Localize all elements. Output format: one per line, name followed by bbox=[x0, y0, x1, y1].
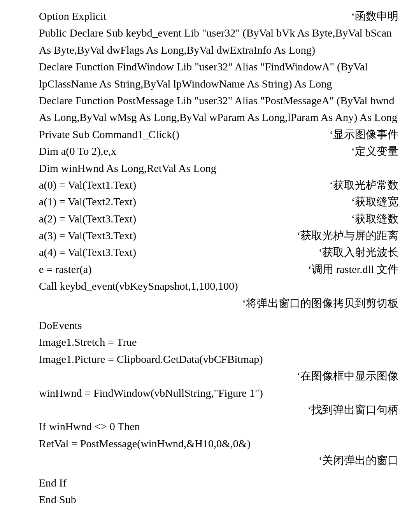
code-text: Image1.Stretch = True bbox=[39, 336, 137, 348]
code-text: Declare Function PostMessage Lib "user32… bbox=[39, 94, 397, 123]
code-text: DoEvents bbox=[39, 319, 82, 331]
comment-text: ‘获取光栌与屏的距离 bbox=[297, 227, 398, 244]
code-line-2: Public Declare Sub keybd_event Lib "user… bbox=[16, 24, 398, 58]
comment-text: ‘函数申明 bbox=[351, 8, 398, 24]
code-line-15: DoEvents bbox=[16, 317, 398, 334]
comment-text: ‘找到弹出窗口句柄 bbox=[308, 404, 398, 416]
comment-text: ‘调用 raster.dll 文件 bbox=[308, 261, 398, 278]
comment-text: ‘将弹出窗口的图像拷贝到剪切板 bbox=[242, 297, 398, 309]
code-line-9: a(1) = Val(Text2.Text) ‘获取缝宽 bbox=[16, 193, 398, 210]
comment-text: ‘在图像框中显示图像 bbox=[297, 370, 398, 382]
code-line-20b: ‘关闭弹出的窗口 bbox=[16, 452, 398, 469]
comment-text: ‘定义变量 bbox=[351, 143, 398, 159]
comment-text: ‘获取缝数 bbox=[351, 210, 398, 227]
code-text: e = raster(a) bbox=[39, 261, 91, 278]
code-text: Declare Function FindWindow Lib "user32"… bbox=[39, 61, 368, 89]
code-text: a(1) = Val(Text2.Text) bbox=[39, 193, 136, 210]
code-line-18b: ‘找到弹出窗口句柄 bbox=[16, 401, 398, 418]
code-text: a(2) = Val(Text3.Text) bbox=[39, 210, 136, 227]
code-line-20: RetVal = PostMessage(winHwnd,&H10,0&,0&) bbox=[16, 435, 398, 452]
comment-text: ‘获取光栌常数 bbox=[330, 177, 398, 193]
code-text: winHwnd = FindWindow(vbNullString,"Figur… bbox=[39, 387, 263, 399]
code-line-1: Option Explicit ‘函数申明 bbox=[16, 8, 398, 24]
code-line-12: a(4) = Val(Text3.Text) ‘获取入射光波长 bbox=[16, 244, 398, 261]
code-line-14: Call keybd_event(vbKeySnapshot,1,100,100… bbox=[16, 278, 398, 294]
code-line-22: End Sub bbox=[16, 491, 398, 508]
code-text: End Sub bbox=[39, 494, 76, 506]
code-text: a(0) = Val(Text1.Text) bbox=[39, 177, 136, 193]
code-text: a(4) = Val(Text3.Text) bbox=[39, 244, 136, 261]
code-line-13: e = raster(a) ‘调用 raster.dll 文件 bbox=[16, 261, 398, 278]
code-line-21: End If bbox=[16, 474, 398, 491]
code-text: Dim winHwnd As Long,RetVal As Long bbox=[39, 162, 216, 174]
code-line-4: Declare Function PostMessage Lib "user32… bbox=[16, 92, 398, 126]
code-line-16: Image1.Stretch = True bbox=[16, 334, 398, 350]
code-line-19: If winHwnd <> 0 Then bbox=[16, 418, 398, 435]
code-line-5: Private Sub Command1_Click() ‘显示图像事件 bbox=[16, 126, 398, 143]
code-text: Public Declare Sub keybd_event Lib "user… bbox=[39, 27, 392, 56]
code-text: Image1.Picture = Clipboard.GetData(vbCFB… bbox=[39, 353, 263, 365]
code-line-6: Dim a(0 To 2),e,x ‘定义变量 bbox=[16, 143, 398, 159]
code-line-3: Declare Function FindWindow Lib "user32"… bbox=[16, 58, 398, 92]
code-container: Option Explicit ‘函数申明 Public Declare Sub… bbox=[16, 8, 398, 508]
code-text: RetVal = PostMessage(winHwnd,&H10,0&,0&) bbox=[39, 438, 251, 450]
code-text: End If bbox=[39, 477, 67, 489]
code-text: Private Sub Command1_Click() bbox=[39, 126, 179, 143]
code-line-17b: ‘在图像框中显示图像 bbox=[16, 368, 398, 384]
code-text: Call keybd_event(vbKeySnapshot,1,100,100… bbox=[39, 280, 238, 292]
code-text: Dim a(0 To 2),e,x bbox=[39, 143, 116, 159]
comment-text: ‘获取缝宽 bbox=[351, 193, 398, 210]
code-line-18: winHwnd = FindWindow(vbNullString,"Figur… bbox=[16, 385, 398, 401]
code-line-17: Image1.Picture = Clipboard.GetData(vbCFB… bbox=[16, 351, 398, 368]
code-text: a(3) = Val(Text3.Text) bbox=[39, 227, 136, 244]
comment-text: ‘显示图像事件 bbox=[330, 126, 398, 143]
blank-line-2 bbox=[16, 469, 398, 474]
code-line-11: a(3) = Val(Text3.Text) ‘获取光栌与屏的距离 bbox=[16, 227, 398, 244]
code-line-14b: ‘将弹出窗口的图像拷贝到剪切板 bbox=[16, 295, 398, 312]
code-line-7: Dim winHwnd As Long,RetVal As Long bbox=[16, 160, 398, 177]
code-text: If winHwnd <> 0 Then bbox=[39, 420, 140, 432]
code-text: Option Explicit bbox=[39, 8, 106, 24]
comment-text: ‘获取入射光波长 bbox=[319, 244, 398, 261]
blank-line-1 bbox=[16, 312, 398, 317]
code-line-8: a(0) = Val(Text1.Text) ‘获取光栌常数 bbox=[16, 177, 398, 193]
comment-text: ‘关闭弹出的窗口 bbox=[319, 454, 398, 466]
code-line-10: a(2) = Val(Text3.Text) ‘获取缝数 bbox=[16, 210, 398, 227]
